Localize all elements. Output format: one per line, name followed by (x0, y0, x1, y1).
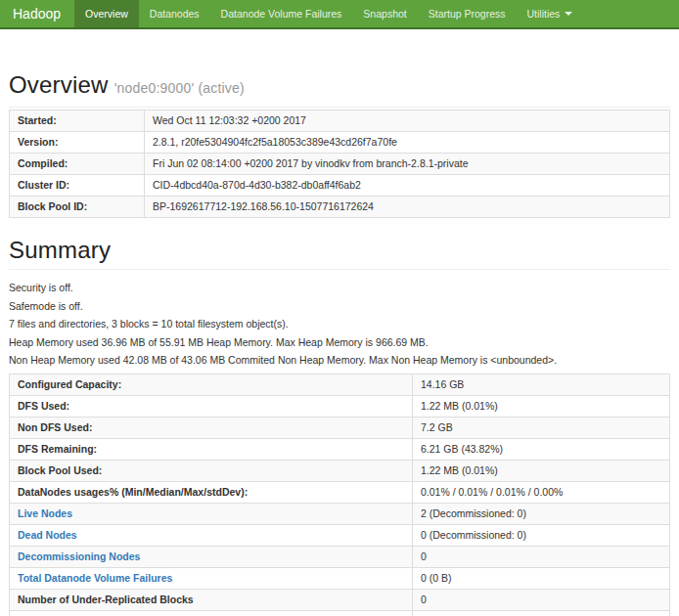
navbar: Hadoop OverviewDatanodesDatanode Volume … (0, 0, 679, 29)
row-value: BP-1692617712-192.168.56.10-150771617262… (145, 197, 670, 218)
table-row: Dead Nodes0 (Decommissioned: 0) (10, 524, 670, 546)
overview-heading: Overview'node0:9000' (active) (9, 72, 670, 101)
live-nodes-link[interactable]: Live Nodes (18, 507, 72, 519)
table-row: Compiled:Fri Jun 02 08:14:00 +0200 2017 … (10, 154, 670, 175)
divider (9, 107, 670, 108)
dead-nodes-link[interactable]: Dead Nodes (18, 529, 77, 541)
table-row: Version:2.8.1, r20fe5304904fc2f5a18053c3… (10, 132, 670, 154)
table-row: Started:Wed Oct 11 12:03:32 +0200 2017 (10, 110, 670, 132)
row-label: Live Nodes (10, 503, 413, 524)
chevron-down-icon (565, 12, 572, 16)
table-row: Cluster ID:CID-4dbcd40a-870d-4d30-b382-d… (10, 175, 670, 197)
tab-label: Snapshot (363, 8, 406, 20)
table-row: Block Pool Used:1.22 MB (0.01%) (10, 460, 670, 481)
row-value: 0 (413, 610, 670, 616)
table-row: Number of Under-Replicated Blocks0 (10, 589, 670, 610)
row-label: DFS Used: (10, 395, 413, 417)
table-row: Live Nodes2 (Decommissioned: 0) (10, 503, 670, 524)
row-label: Cluster ID: (10, 175, 145, 197)
row-label: Block Pool Used: (10, 460, 413, 481)
table-row: Block Pool ID:BP-1692617712-192.168.56.1… (10, 197, 670, 218)
row-value: 7.2 GB (413, 417, 670, 438)
summary-table: Configured Capacity:14.16 GBDFS Used:1.2… (9, 374, 670, 616)
row-value: 2 (Decommissioned: 0) (413, 503, 670, 524)
table-row: Configured Capacity:14.16 GB (10, 374, 670, 395)
divider (9, 269, 670, 270)
summary-paragraph: Safemode is off. (9, 301, 670, 313)
row-label: Number of Under-Replicated Blocks (10, 589, 413, 610)
tab-label: Utilities (527, 8, 561, 20)
row-value: 0.01% / 0.01% / 0.01% / 0.00% (413, 481, 670, 503)
tab-datanodes[interactable]: Datanodes (139, 0, 210, 27)
row-label: DFS Remaining: (10, 438, 413, 460)
tab-overview[interactable]: Overview (74, 0, 139, 27)
tab-label: Overview (85, 8, 128, 20)
row-value: 0 (0 B) (413, 567, 670, 589)
row-value: 6.21 GB (43.82%) (413, 438, 670, 460)
page-title: Overview (9, 71, 109, 98)
total-datanode-volume-failures-link[interactable]: Total Datanode Volume Failures (18, 572, 172, 584)
summary-paragraph: Security is off. (9, 283, 670, 294)
tab-label: Datanode Volume Failures (221, 8, 342, 20)
row-value: Wed Oct 11 12:03:32 +0200 2017 (145, 110, 670, 132)
table-row: DFS Used:1.22 MB (0.01%) (10, 395, 670, 417)
row-label: Configured Capacity: (10, 374, 413, 395)
row-value: Fri Jun 02 08:14:00 +0200 2017 by vinodk… (145, 154, 670, 175)
summary-heading: Summary (9, 238, 670, 263)
hadoop-brand[interactable]: Hadoop (0, 0, 74, 27)
row-label: DataNodes usages% (Min/Median/Max/stdDev… (10, 481, 413, 503)
table-row: Non DFS Used:7.2 GB (10, 417, 670, 438)
row-value: 1.22 MB (0.01%) (413, 460, 670, 481)
row-value: CID-4dbcd40a-870d-4d30-b382-db0aff4f6ab2 (145, 175, 670, 197)
navbar-tabs: OverviewDatanodesDatanode Volume Failure… (74, 0, 583, 27)
tab-datanode-volume-failures[interactable]: Datanode Volume Failures (210, 0, 353, 27)
row-label: Block Pool ID: (10, 197, 145, 218)
row-value: 0 (413, 546, 670, 567)
tab-snapshot[interactable]: Snapshot (352, 0, 417, 27)
row-label: Dead Nodes (10, 524, 413, 546)
decommissioning-nodes-link[interactable]: Decommissioning Nodes (18, 550, 140, 562)
row-label: Version: (10, 132, 145, 154)
tab-utilities[interactable]: Utilities (517, 0, 584, 27)
row-value: 0 (413, 589, 670, 610)
row-value: 2.8.1, r20fe5304904fc2f5a18053c389e43cd2… (145, 132, 670, 154)
row-label: Total Datanode Volume Failures (10, 567, 413, 589)
main-content: Overview'node0:9000' (active) Started:We… (0, 72, 679, 616)
summary-paragraph: 7 files and directories, 3 blocks = 10 t… (9, 319, 670, 330)
overview-info-table: Started:Wed Oct 11 12:03:32 +0200 2017Ve… (9, 110, 670, 218)
tab-label: Datanodes (150, 8, 200, 20)
row-label: Number of Blocks Pending Deletion (10, 610, 413, 616)
table-row: Decommissioning Nodes0 (10, 546, 670, 567)
tab-label: Startup Progress (429, 8, 506, 20)
tab-startup-progress[interactable]: Startup Progress (418, 0, 517, 27)
row-label: Decommissioning Nodes (10, 546, 413, 567)
row-value: 0 (Decommissioned: 0) (413, 524, 670, 546)
table-row: DataNodes usages% (Min/Median/Max/stdDev… (10, 481, 670, 503)
row-label: Compiled: (10, 154, 145, 175)
table-row: Number of Blocks Pending Deletion0 (10, 610, 670, 616)
row-value: 1.22 MB (0.01%) (413, 395, 670, 417)
row-label: Non DFS Used: (10, 417, 413, 438)
row-label: Started: (10, 110, 145, 132)
table-row: DFS Remaining:6.21 GB (43.82%) (10, 438, 670, 460)
summary-status-text: Security is off.Safemode is off.7 files … (9, 283, 670, 367)
row-value: 14.16 GB (413, 374, 670, 395)
table-row: Total Datanode Volume Failures0 (0 B) (10, 567, 670, 589)
summary-paragraph: Heap Memory used 36.96 MB of 55.91 MB He… (9, 337, 670, 349)
summary-paragraph: Non Heap Memory used 42.08 MB of 43.06 M… (9, 355, 670, 367)
namenode-address-label: 'node0:9000' (active) (114, 80, 245, 96)
